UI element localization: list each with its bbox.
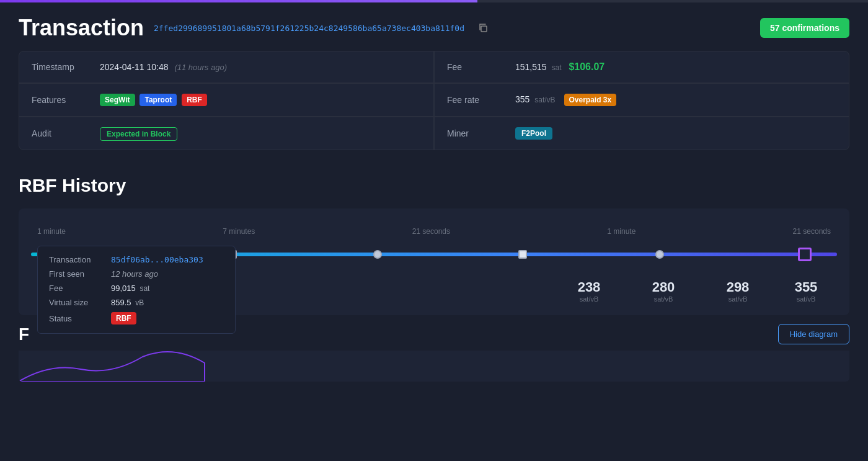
timeline-node-4 bbox=[655, 250, 664, 259]
features-label: Features bbox=[32, 95, 87, 105]
timeline-labels: 1 minute 7 minutes 21 seconds 1 minute 2… bbox=[31, 227, 837, 236]
info-cell-features: Features SegWit Taproot RBF bbox=[19, 84, 433, 116]
fee-rate-label: Fee rate bbox=[447, 95, 503, 105]
overpaid-badge: Overpaid 3x bbox=[564, 94, 617, 106]
tooltip-status-value: RBF bbox=[111, 312, 139, 324]
tooltip-status-row: Status RBF bbox=[49, 312, 224, 324]
miner-value: F2Pool bbox=[515, 127, 555, 140]
tooltip-first-seen-label: First seen bbox=[49, 269, 111, 279]
tl-label-3: 1 minute bbox=[607, 227, 636, 236]
audit-label: Audit bbox=[32, 128, 87, 138]
timeline-value-4: 355 sat/vB bbox=[775, 279, 837, 303]
timeline-node-2 bbox=[373, 250, 382, 259]
timeline-container: 1 minute 7 minutes 21 seconds 1 minute 2… bbox=[19, 208, 849, 315]
tooltip-vsize-value: 859.5 vB bbox=[111, 298, 144, 307]
tl-label-4: 21 seconds bbox=[793, 227, 831, 236]
taproot-badge: Taproot bbox=[140, 94, 177, 106]
tooltip-tx-row: Transaction 85df06ab...00eba303 bbox=[49, 255, 224, 264]
header-section: Transaction 2ffed299689951801a68b5791f26… bbox=[0, 2, 868, 51]
timeline-value-2: 280 sat/vB bbox=[626, 279, 701, 303]
timeline-value-1: 238 sat/vB bbox=[552, 279, 626, 303]
progress-fill bbox=[0, 0, 477, 2]
fee-value: 151,515 sat $106.07 bbox=[515, 61, 604, 73]
timeline-value-3: 298 sat/vB bbox=[701, 279, 775, 303]
bottom-curve-svg bbox=[19, 351, 267, 382]
page-title: Transaction bbox=[19, 15, 144, 41]
tl-label-0: 1 minute bbox=[37, 227, 66, 236]
tooltip-fee-row: Fee 99,015 sat bbox=[49, 284, 224, 293]
segwit-badge: SegWit bbox=[100, 94, 135, 106]
expected-in-block-badge: Expected in Block bbox=[100, 127, 177, 141]
info-cell-fee: Fee 151,515 sat $106.07 bbox=[435, 51, 849, 83]
timeline-node-3 bbox=[518, 250, 527, 259]
f2pool-badge: F2Pool bbox=[515, 127, 552, 140]
copy-icon[interactable] bbox=[478, 23, 488, 33]
svg-rect-0 bbox=[481, 26, 487, 32]
tooltip-fee-value: 99,015 sat bbox=[111, 284, 149, 293]
fee-rate-value: 355 sat/vB Overpaid 3x bbox=[515, 94, 619, 106]
miner-label: Miner bbox=[447, 128, 503, 138]
tl-label-1: 7 minutes bbox=[223, 227, 255, 236]
tx-hash[interactable]: 2ffed299689951801a68b5791f261225b24c8249… bbox=[154, 24, 464, 33]
timestamp-value: 2024-04-11 10:48 (11 hours ago) bbox=[100, 62, 227, 72]
info-grid: Timestamp 2024-04-11 10:48 (11 hours ago… bbox=[19, 51, 849, 150]
tl-label-2: 21 seconds bbox=[412, 227, 450, 236]
header-left: Transaction 2ffed299689951801a68b5791f26… bbox=[19, 15, 488, 41]
tooltip-tx-hash[interactable]: 85df06ab...00eba303 bbox=[111, 255, 203, 264]
bottom-curve-area bbox=[19, 351, 849, 382]
tooltip-first-seen-value: 12 hours ago bbox=[111, 269, 158, 279]
f-letter-area: F bbox=[19, 324, 29, 344]
tooltip-vsize-row: Virtual size 859.5 vB bbox=[49, 298, 224, 307]
fee-label: Fee bbox=[447, 62, 503, 72]
hide-diagram-button[interactable]: Hide diagram bbox=[778, 324, 849, 344]
rbf-title: RBF History bbox=[19, 175, 849, 196]
top-progress-bar bbox=[0, 0, 868, 2]
f-letter: F bbox=[19, 324, 29, 344]
tooltip-fee-label: Fee bbox=[49, 284, 111, 293]
rbf-section: RBF History 1 minute 7 minutes 21 second… bbox=[0, 163, 868, 315]
features-value: SegWit Taproot RBF bbox=[100, 94, 210, 106]
info-cell-audit: Audit Expected in Block bbox=[19, 117, 433, 150]
tooltip-tx-value: 85df06ab...00eba303 bbox=[111, 255, 203, 264]
rbf-badge: RBF bbox=[182, 94, 207, 106]
timeline-node-5 bbox=[798, 248, 812, 261]
audit-value: Expected in Block bbox=[100, 128, 177, 138]
tooltip-tx-label: Transaction bbox=[49, 255, 111, 264]
info-cell-fee-rate: Fee rate 355 sat/vB Overpaid 3x bbox=[435, 84, 849, 116]
tooltip-vsize-label: Virtual size bbox=[49, 298, 111, 307]
tooltip-status-label: Status bbox=[49, 314, 111, 323]
confirmations-badge: 57 confirmations bbox=[760, 18, 849, 38]
info-cell-timestamp: Timestamp 2024-04-11 10:48 (11 hours ago… bbox=[19, 51, 433, 83]
tooltip-rbf-badge: RBF bbox=[111, 312, 136, 324]
info-cell-miner: Miner F2Pool bbox=[435, 117, 849, 150]
tooltip-first-seen-row: First seen 12 hours ago bbox=[49, 269, 224, 279]
timestamp-label: Timestamp bbox=[32, 62, 87, 72]
tooltip-popup: Transaction 85df06ab...00eba303 First se… bbox=[37, 246, 236, 334]
